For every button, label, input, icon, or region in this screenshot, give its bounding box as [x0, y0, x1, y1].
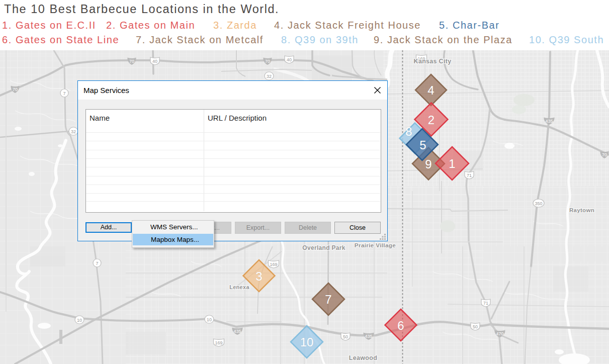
- svg-text:350: 350: [535, 201, 542, 206]
- svg-text:9: 9: [425, 157, 431, 171]
- svg-text:70: 70: [602, 152, 607, 157]
- svg-text:70: 70: [13, 87, 18, 92]
- svg-text:50: 50: [473, 324, 478, 329]
- svg-text:Leawood: Leawood: [349, 354, 377, 361]
- svg-text:71: 71: [467, 173, 472, 178]
- svg-text:70: 70: [265, 59, 270, 64]
- svg-text:Prairie Village: Prairie Village: [355, 242, 396, 249]
- svg-text:1: 1: [449, 157, 455, 170]
- svg-text:7: 7: [325, 293, 331, 306]
- svg-text:32: 32: [267, 74, 272, 79]
- svg-text:470: 470: [496, 331, 503, 336]
- svg-text:2: 2: [428, 113, 434, 127]
- svg-text:Kansas City: Kansas City: [414, 58, 452, 65]
- svg-text:50: 50: [343, 334, 348, 339]
- svg-text:435: 435: [365, 334, 372, 339]
- svg-text:Raytown: Raytown: [569, 207, 594, 213]
- svg-text:3: 3: [255, 269, 262, 283]
- svg-text:7: 7: [63, 91, 65, 96]
- svg-text:169: 169: [215, 340, 222, 345]
- svg-text:6: 6: [397, 319, 404, 332]
- svg-text:40: 40: [152, 59, 157, 64]
- svg-text:169: 169: [270, 262, 277, 267]
- svg-text:435: 435: [233, 329, 241, 334]
- svg-text:32: 32: [71, 129, 76, 134]
- svg-text:4: 4: [427, 83, 434, 97]
- svg-text:10: 10: [300, 335, 314, 349]
- svg-text:7: 7: [96, 261, 98, 266]
- svg-text:5: 5: [419, 138, 426, 152]
- svg-text:435: 435: [545, 119, 553, 124]
- svg-text:71: 71: [483, 301, 488, 306]
- svg-text:Lenexa: Lenexa: [229, 284, 249, 290]
- svg-text:10: 10: [207, 317, 212, 322]
- svg-text:10: 10: [77, 318, 82, 323]
- svg-text:40: 40: [287, 57, 292, 62]
- svg-text:Overland Park: Overland Park: [302, 244, 345, 251]
- svg-text:70: 70: [129, 59, 134, 64]
- svg-text:8: 8: [405, 125, 412, 138]
